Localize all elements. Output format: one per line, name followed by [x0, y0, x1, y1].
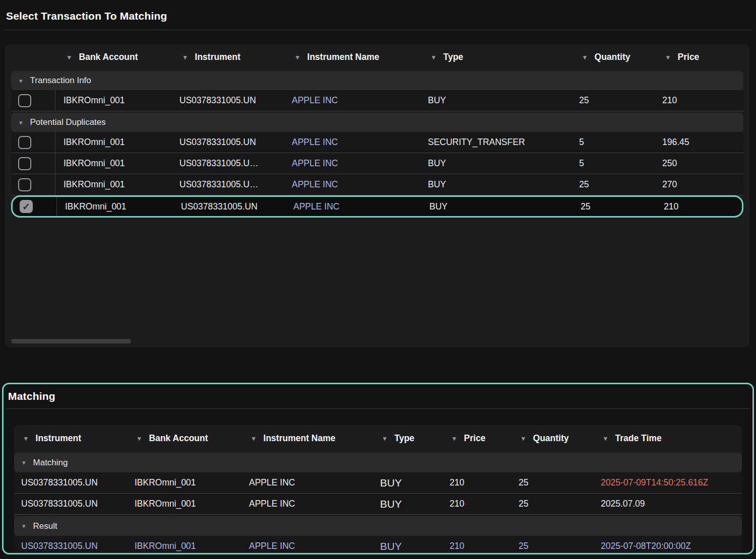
- column-header-price[interactable]: ▾ Price: [654, 52, 743, 62]
- matching-title-divider: [7, 408, 749, 409]
- column-header-label: Type: [395, 433, 415, 444]
- table-row[interactable]: IBKROmni_001 US0378331005.UN APPLE INC S…: [11, 132, 743, 153]
- cell-price: 196.45: [654, 137, 743, 148]
- table-row-result[interactable]: US0378331005.UN IBKROmni_001 APPLE INC B…: [14, 536, 742, 554]
- cell-type: BUY: [373, 540, 443, 552]
- column-header-label: Instrument Name: [264, 433, 336, 444]
- group-header-matching[interactable]: ▾ Matching: [14, 453, 742, 472]
- cell-price: 210: [654, 95, 743, 106]
- cell-bank-account: IBKROmni_001: [128, 477, 242, 488]
- sort-arrow-icon: ▾: [666, 54, 670, 60]
- column-header-quantity[interactable]: ▾ Quantity: [512, 433, 594, 444]
- group-header-transaction-info[interactable]: ▾ Transaction Info: [11, 71, 743, 90]
- cell-type: BUY: [421, 201, 573, 212]
- cell-bank-account: IBKROmni_001: [55, 179, 171, 190]
- column-header-instrument[interactable]: ▾ Instrument: [171, 52, 284, 62]
- column-header-bank-account[interactable]: ▾ Bank Account: [55, 52, 171, 62]
- cell-quantity: 25: [512, 477, 594, 488]
- column-header-label: Bank Account: [149, 433, 208, 444]
- group-label: Potential Duplicates: [30, 117, 106, 127]
- column-header-instrument[interactable]: ▾ Instrument: [14, 433, 128, 444]
- cell-instrument: US0378331005.U…: [171, 158, 284, 169]
- group-label: Matching: [33, 458, 68, 468]
- cell-instrument: US0378331005.UN: [14, 477, 128, 488]
- cell-instrument-name: APPLE INC: [284, 158, 420, 169]
- cell-trade-time: 2025.07.09: [594, 499, 742, 509]
- group-label: Result: [33, 521, 57, 531]
- cell-instrument: US0378331005.UN: [173, 201, 285, 212]
- cell-bank-account: IBKROmni_001: [55, 95, 171, 106]
- cell-price: 250: [654, 158, 743, 169]
- sort-arrow-icon: ▾: [252, 435, 256, 442]
- cell-quantity: 25: [573, 201, 656, 212]
- row-checkbox-checked[interactable]: ✓: [20, 200, 33, 213]
- cell-instrument-name: APPLE INC: [284, 179, 420, 190]
- cell-bank-account: IBKROmni_001: [128, 499, 242, 509]
- column-header-price[interactable]: ▾ Price: [443, 433, 512, 444]
- column-header-instrument-name[interactable]: ▾ Instrument Name: [284, 52, 420, 62]
- cell-instrument-name: APPLE INC: [242, 477, 373, 488]
- table-row-selected[interactable]: ✓ IBKROmni_001 US0378331005.UN APPLE INC…: [11, 195, 743, 218]
- cell-price: 270: [654, 179, 743, 190]
- cell-bank-account: IBKROmni_001: [128, 541, 242, 551]
- sort-arrow-icon: ▾: [432, 54, 435, 60]
- row-checkbox[interactable]: [18, 94, 31, 107]
- cell-type: BUY: [420, 158, 571, 169]
- column-header-bank-account[interactable]: ▾ Bank Account: [128, 433, 242, 444]
- cell-quantity: 25: [571, 95, 654, 106]
- cell-instrument-name: APPLE INC: [242, 541, 373, 551]
- cell-type: BUY: [373, 498, 443, 510]
- cell-price: 210: [656, 201, 742, 212]
- check-icon: ✓: [22, 202, 30, 212]
- cell-price: 210: [443, 477, 512, 488]
- sort-arrow-icon: ▾: [296, 54, 299, 60]
- cell-trade-time: 2025-07-08T20:00:00Z: [594, 541, 742, 551]
- collapse-arrow-icon: ▾: [22, 523, 26, 529]
- sort-arrow-icon: ▾: [453, 435, 456, 442]
- cell-type: BUY: [373, 477, 443, 489]
- cell-type: BUY: [420, 95, 571, 106]
- sort-arrow-icon: ▾: [68, 54, 71, 60]
- table-row[interactable]: IBKROmni_001 US0378331005.UN APPLE INC B…: [11, 90, 743, 111]
- column-header-instrument-name[interactable]: ▾ Instrument Name: [242, 433, 373, 444]
- sort-arrow-icon: ▾: [138, 435, 141, 442]
- group-header-potential-duplicates[interactable]: ▾ Potential Duplicates: [11, 113, 743, 132]
- column-header-label: Instrument Name: [307, 52, 380, 62]
- table-row[interactable]: IBKROmni_001 US0378331005.U… APPLE INC B…: [11, 174, 743, 195]
- table-row[interactable]: US0378331005.UN IBKROmni_001 APPLE INC B…: [14, 472, 742, 494]
- page-title: Select Transaction To Matching: [0, 0, 756, 30]
- row-checkbox[interactable]: [18, 157, 31, 170]
- matching-section: Matching ▾ Instrument ▾ Bank Account ▾ I…: [2, 383, 754, 554]
- row-checkbox[interactable]: [18, 136, 31, 149]
- cell-instrument: US0378331005.UN: [14, 499, 128, 509]
- cell-instrument: US0378331005.UN: [171, 95, 284, 106]
- title-divider: [4, 30, 752, 30]
- column-header-label: Type: [444, 52, 464, 62]
- group-label: Transaction Info: [30, 76, 91, 86]
- cell-price: 210: [443, 541, 512, 551]
- sort-arrow-icon: ▾: [604, 435, 607, 442]
- column-header-type[interactable]: ▾ Type: [373, 433, 443, 444]
- sort-arrow-icon: ▾: [383, 435, 387, 442]
- column-header-label: Instrument: [36, 433, 81, 444]
- cell-bank-account: IBKROmni_001: [55, 137, 171, 148]
- cell-instrument-name: APPLE INC: [284, 95, 420, 106]
- column-header-type[interactable]: ▾ Type: [420, 52, 571, 62]
- column-header-trade-time[interactable]: ▾ Trade Time: [594, 433, 742, 444]
- cell-quantity: 5: [571, 137, 654, 148]
- column-header-label: Price: [464, 433, 486, 444]
- table-row[interactable]: IBKROmni_001 US0378331005.U… APPLE INC B…: [11, 153, 743, 174]
- column-header-label: Quantity: [533, 433, 569, 444]
- table-row[interactable]: US0378331005.UN IBKROmni_001 APPLE INC B…: [14, 494, 742, 515]
- cell-instrument-name: APPLE INC: [242, 499, 373, 509]
- group-header-result[interactable]: ▾ Result: [14, 516, 742, 536]
- select-transaction-section: Select Transaction To Matching ▾ Bank Ac…: [0, 0, 756, 347]
- collapse-arrow-icon: ▾: [19, 119, 23, 126]
- cell-quantity: 5: [571, 158, 654, 169]
- row-checkbox[interactable]: [18, 178, 31, 191]
- cell-bank-account: IBKROmni_001: [55, 158, 171, 169]
- horizontal-scrollbar[interactable]: [11, 339, 131, 343]
- matching-title: Matching: [4, 384, 752, 408]
- column-header-quantity[interactable]: ▾ Quantity: [571, 52, 654, 62]
- sort-arrow-icon: ▾: [583, 54, 587, 60]
